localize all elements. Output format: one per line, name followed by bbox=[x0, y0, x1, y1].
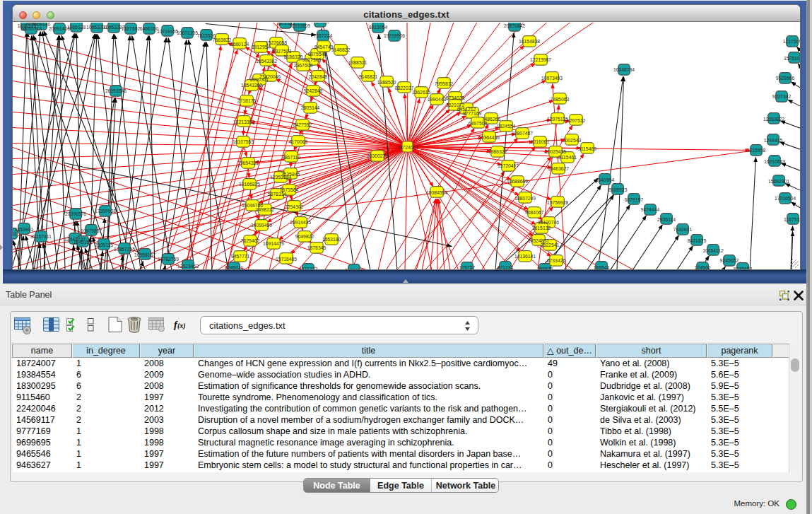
svg-text:16914435: 16914435 bbox=[290, 220, 311, 225]
svg-text:16648784: 16648784 bbox=[613, 67, 635, 72]
svg-text:15751074: 15751074 bbox=[784, 56, 800, 61]
svg-text:6879197: 6879197 bbox=[625, 197, 644, 202]
svg-text:39157411: 39157411 bbox=[30, 234, 52, 239]
svg-text:7486266: 7486266 bbox=[482, 117, 501, 122]
svg-text:9457771: 9457771 bbox=[231, 254, 250, 259]
svg-text:20876842: 20876842 bbox=[504, 23, 525, 28]
svg-text:9245011: 9245011 bbox=[225, 265, 243, 270]
svg-text:9245653: 9245653 bbox=[734, 267, 753, 270]
svg-text:6216061: 6216061 bbox=[531, 139, 550, 144]
svg-text:19218506: 19218506 bbox=[384, 33, 405, 38]
svg-text:2242848: 2242848 bbox=[309, 74, 328, 79]
svg-text:6497508: 6497508 bbox=[469, 121, 488, 126]
svg-text:8660124: 8660124 bbox=[230, 42, 249, 47]
svg-text:171234: 171234 bbox=[498, 265, 514, 270]
svg-text:9146822: 9146822 bbox=[331, 47, 351, 52]
svg-text:7663822: 7663822 bbox=[213, 37, 232, 42]
svg-text:8938923: 8938923 bbox=[608, 187, 628, 192]
svg-text:9084067: 9084067 bbox=[525, 210, 544, 215]
svg-text:1640954: 1640954 bbox=[596, 177, 615, 182]
svg-text:10719155: 10719155 bbox=[157, 29, 178, 34]
svg-text:10025435: 10025435 bbox=[545, 149, 566, 154]
svg-text:175757: 175757 bbox=[459, 265, 476, 270]
svg-text:19654321: 19654321 bbox=[237, 160, 259, 165]
svg-text:1498222: 1498222 bbox=[256, 207, 275, 212]
svg-text:4170066: 4170066 bbox=[289, 139, 308, 144]
svg-text:9242848: 9242848 bbox=[304, 88, 323, 93]
svg-text:1167533: 1167533 bbox=[784, 217, 800, 222]
svg-text:12093822: 12093822 bbox=[763, 117, 784, 122]
svg-text:16154838: 16154838 bbox=[519, 39, 540, 44]
svg-text:10654112: 10654112 bbox=[702, 248, 724, 253]
svg-text:1217509: 1217509 bbox=[783, 39, 800, 44]
svg-text:9115461: 9115461 bbox=[558, 155, 577, 160]
svg-text:1002543: 1002543 bbox=[563, 138, 582, 143]
svg-text:1362615: 1362615 bbox=[412, 90, 431, 95]
svg-text:15716485: 15716485 bbox=[276, 257, 297, 262]
svg-text:9474444: 9474444 bbox=[641, 207, 660, 212]
svg-text:10543362: 10543362 bbox=[241, 83, 262, 88]
svg-text:7485063: 7485063 bbox=[551, 97, 570, 102]
svg-text:7986322: 7986322 bbox=[488, 149, 507, 154]
svg-text:1244415: 1244415 bbox=[764, 138, 783, 143]
svg-text:7357224: 7357224 bbox=[314, 33, 333, 38]
svg-text:20364436: 20364436 bbox=[478, 135, 500, 140]
svg-text:10671355: 10671355 bbox=[177, 30, 198, 35]
svg-text:9327503: 9327503 bbox=[273, 49, 292, 54]
svg-text:2935114: 2935114 bbox=[657, 217, 676, 222]
svg-text:124500: 124500 bbox=[695, 265, 711, 270]
svg-text:9327505: 9327505 bbox=[302, 57, 322, 62]
svg-text:12213967: 12213967 bbox=[530, 57, 551, 62]
svg-text:12975125: 12975125 bbox=[547, 117, 568, 122]
svg-text:8912954: 8912954 bbox=[252, 45, 271, 49]
svg-text:6734028: 6734028 bbox=[446, 95, 465, 100]
svg-text:2803144: 2803144 bbox=[301, 105, 320, 110]
svg-text:7130055: 7130055 bbox=[345, 268, 364, 270]
svg-text:8813054: 8813054 bbox=[369, 25, 388, 30]
svg-text:3867110: 3867110 bbox=[282, 155, 300, 160]
svg-text:18724007: 18724007 bbox=[397, 145, 418, 150]
svg-text:2522541: 2522541 bbox=[541, 243, 560, 247]
svg-text:(x): (x) bbox=[177, 322, 186, 330]
svg-text:1673584: 1673584 bbox=[280, 187, 299, 192]
svg-text:15692901: 15692901 bbox=[768, 179, 789, 184]
svg-text:16120746: 16120746 bbox=[538, 220, 559, 225]
svg-text:2367608: 2367608 bbox=[294, 63, 313, 68]
svg-text:7357220: 7357220 bbox=[311, 23, 330, 24]
svg-text:7254302: 7254302 bbox=[285, 204, 304, 209]
svg-text:9777169: 9777169 bbox=[463, 111, 482, 116]
svg-text:1553180: 1553180 bbox=[322, 237, 341, 242]
svg-text:7535845: 7535845 bbox=[281, 172, 300, 177]
svg-text:16210643: 16210643 bbox=[764, 159, 785, 164]
svg-text:8471222: 8471222 bbox=[299, 267, 318, 270]
svg-text:16543362: 16543362 bbox=[256, 59, 277, 64]
svg-text:7632821: 7632821 bbox=[673, 227, 693, 232]
svg-text:1990443: 1990443 bbox=[428, 97, 447, 102]
svg-text:17957255: 17957255 bbox=[114, 247, 135, 252]
svg-text:20206576: 20206576 bbox=[65, 211, 86, 216]
svg-text:6075546: 6075546 bbox=[308, 52, 327, 57]
svg-text:9049822: 9049822 bbox=[295, 234, 314, 239]
svg-text:10958167: 10958167 bbox=[134, 252, 155, 257]
svg-text:2069140: 2069140 bbox=[32, 23, 51, 27]
svg-text:17016504: 17016504 bbox=[775, 196, 796, 201]
svg-text:19166825: 19166825 bbox=[239, 182, 260, 187]
svg-text:12923463: 12923463 bbox=[177, 264, 199, 269]
svg-text:12213363: 12213363 bbox=[233, 119, 254, 124]
svg-text:1145193: 1145193 bbox=[73, 240, 92, 245]
svg-text:19463627: 19463627 bbox=[548, 166, 569, 171]
svg-text:9146821: 9146821 bbox=[359, 74, 378, 79]
svg-text:8427552: 8427552 bbox=[293, 122, 312, 127]
svg-text:10973493: 10973493 bbox=[541, 76, 563, 81]
svg-text:9227342: 9227342 bbox=[772, 94, 792, 99]
svg-text:16782759: 16782759 bbox=[158, 257, 179, 262]
svg-text:19756928: 19756928 bbox=[547, 200, 568, 205]
svg-text:15720407: 15720407 bbox=[498, 163, 519, 168]
svg-text:2718176: 2718176 bbox=[237, 98, 257, 103]
svg-text:7625402: 7625402 bbox=[241, 238, 260, 243]
svg-text:3215958: 3215958 bbox=[747, 148, 766, 153]
svg-text:15226058: 15226058 bbox=[266, 40, 287, 45]
svg-text:2090361: 2090361 bbox=[250, 77, 269, 82]
svg-text:1853901: 1853901 bbox=[15, 227, 34, 232]
svg-text:16033809: 16033809 bbox=[289, 23, 310, 28]
